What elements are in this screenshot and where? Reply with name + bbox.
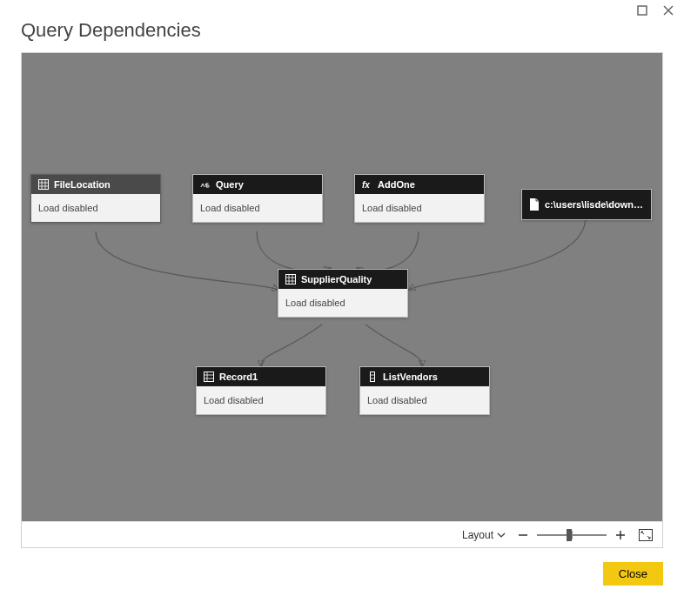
node-status: Load disabled bbox=[278, 289, 407, 317]
node-title: SupplierQuality bbox=[301, 274, 372, 285]
function-icon: fx bbox=[362, 179, 372, 190]
node-status: Load disabled bbox=[31, 194, 160, 222]
canvas-toolbar: Layout bbox=[22, 521, 662, 547]
node-addone[interactable]: fx AddOne Load disabled bbox=[354, 174, 485, 223]
list-icon bbox=[367, 372, 378, 382]
svg-rect-0 bbox=[638, 6, 647, 15]
node-status: Load disabled bbox=[360, 386, 489, 414]
restore-icon[interactable] bbox=[637, 5, 647, 16]
close-button[interactable]: Close bbox=[603, 562, 663, 586]
parameter-icon bbox=[200, 179, 211, 190]
node-listvendors[interactable]: ListVendors Load disabled bbox=[359, 366, 490, 415]
svg-text:fx: fx bbox=[362, 180, 370, 190]
table-icon bbox=[38, 179, 49, 190]
file-icon bbox=[529, 198, 540, 211]
node-title: FileLocation bbox=[54, 179, 111, 190]
svg-rect-3 bbox=[286, 275, 296, 285]
svg-rect-4 bbox=[205, 372, 214, 382]
node-title: c:\users\lisde\downloads... bbox=[545, 199, 644, 210]
layout-dropdown[interactable]: Layout bbox=[462, 529, 506, 541]
node-status: Load disabled bbox=[193, 194, 322, 222]
node-query[interactable]: Query Load disabled bbox=[192, 174, 323, 223]
node-status: Load disabled bbox=[197, 386, 325, 414]
record-icon bbox=[204, 372, 214, 382]
zoom-control bbox=[516, 528, 627, 542]
table-icon bbox=[285, 274, 296, 285]
node-title: AddOne bbox=[378, 179, 415, 190]
canvas-wrap: FileLocation Load disabled Query Load di… bbox=[21, 52, 663, 548]
chevron-down-icon bbox=[497, 531, 506, 539]
zoom-slider[interactable] bbox=[537, 529, 607, 541]
node-title: ListVendors bbox=[383, 372, 438, 382]
node-title: Record1 bbox=[219, 372, 258, 382]
zoom-out-button[interactable] bbox=[516, 528, 530, 542]
node-supplierquality[interactable]: SupplierQuality Load disabled bbox=[278, 269, 408, 318]
node-source-file[interactable]: c:\users\lisde\downloads... bbox=[521, 189, 652, 220]
node-status: Load disabled bbox=[355, 194, 484, 222]
dialog-title: Query Dependencies bbox=[21, 19, 201, 42]
dependency-canvas[interactable]: FileLocation Load disabled Query Load di… bbox=[22, 53, 662, 521]
svg-rect-5 bbox=[371, 372, 375, 382]
layout-label: Layout bbox=[462, 529, 493, 541]
zoom-in-button[interactable] bbox=[614, 528, 627, 542]
node-record1[interactable]: Record1 Load disabled bbox=[196, 366, 326, 415]
close-icon[interactable] bbox=[663, 5, 674, 16]
svg-rect-1 bbox=[39, 180, 49, 190]
svg-rect-6 bbox=[640, 529, 653, 540]
node-filelocation[interactable]: FileLocation Load disabled bbox=[30, 174, 161, 223]
node-title: Query bbox=[216, 179, 244, 190]
fit-to-screen-button[interactable] bbox=[638, 528, 654, 542]
